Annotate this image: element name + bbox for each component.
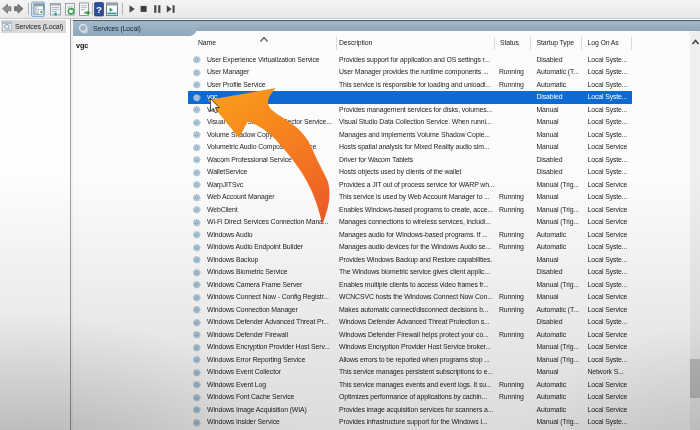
svg-text:?: ? bbox=[96, 4, 102, 15]
